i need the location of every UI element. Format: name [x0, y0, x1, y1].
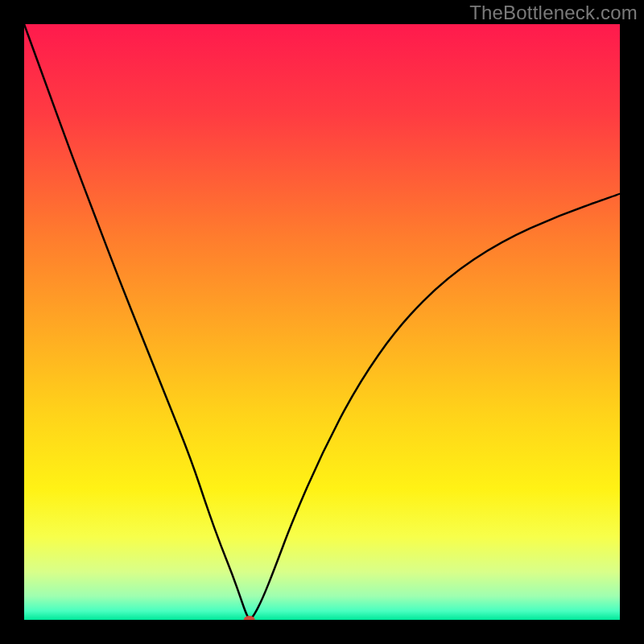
plot-area — [24, 24, 620, 620]
bottleneck-chart — [24, 24, 620, 620]
gradient-background — [24, 24, 620, 620]
chart-frame: TheBottleneck.com — [0, 0, 644, 644]
watermark-text: TheBottleneck.com — [469, 2, 638, 24]
